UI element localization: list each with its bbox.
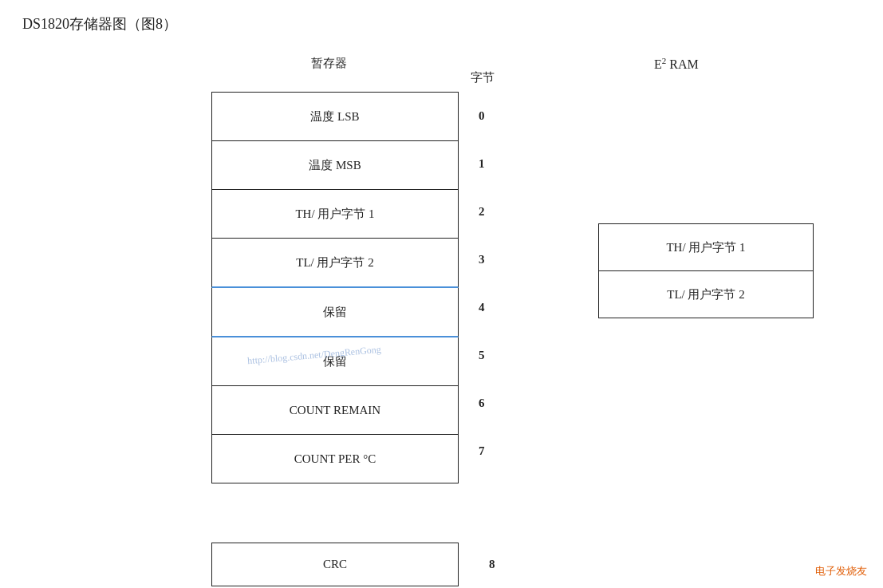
register-cell-6: COUNT REMAIN: [212, 386, 458, 434]
logo: 电子发烧友: [815, 564, 867, 578]
e2ram-text: E: [654, 57, 662, 71]
byte-num-0: 0: [471, 92, 485, 140]
register-cell-4: 保留: [212, 288, 458, 336]
crc-box: CRC: [211, 543, 459, 586]
register-cell-7: COUNT PER °C: [212, 435, 458, 483]
byte-numbers: 01234567: [471, 92, 485, 475]
byte-label: 字节: [471, 70, 495, 85]
byte-num-1: 1: [471, 140, 485, 187]
byte-num-2: 2: [471, 187, 485, 235]
register-cell-0: 温度 LSB: [212, 93, 458, 140]
e2ram-cell-1: TL/ 用户字节 2: [599, 271, 813, 318]
scratchpad-label: 暂存器: [311, 56, 347, 71]
byte-num-6: 6: [471, 379, 485, 427]
register-cell-1: 温度 MSB: [212, 141, 458, 189]
page-title: DS1820存储器图（图8）: [22, 14, 177, 34]
e2ram-table: TH/ 用户字节 1TL/ 用户字节 2: [598, 223, 814, 318]
byte-num-3: 3: [471, 235, 485, 283]
e2ram-suffix: RAM: [666, 57, 698, 71]
crc-container: CRC 8: [211, 543, 495, 586]
register-cell-5: 保留: [212, 337, 458, 385]
crc-label: CRC: [323, 558, 347, 571]
byte-num-5: 5: [471, 331, 485, 379]
e2ram-label: E2 RAM: [654, 56, 699, 72]
register-cell-3: TL/ 用户字节 2: [212, 239, 458, 286]
e2ram-cell-0: TH/ 用户字节 1: [599, 224, 813, 270]
byte-num-7: 7: [471, 427, 485, 475]
diagram-area: 暂存器 字节 E2 RAM 温度 LSB温度 MSBTH/ 用户字节 1TL/ …: [0, 48, 883, 574]
byte-num-4: 4: [471, 283, 485, 331]
crc-byte: 8: [489, 558, 495, 571]
register-table: 温度 LSB温度 MSBTH/ 用户字节 1TL/ 用户字节 2保留保留COUN…: [211, 92, 459, 483]
register-cell-2: TH/ 用户字节 1: [212, 190, 458, 238]
